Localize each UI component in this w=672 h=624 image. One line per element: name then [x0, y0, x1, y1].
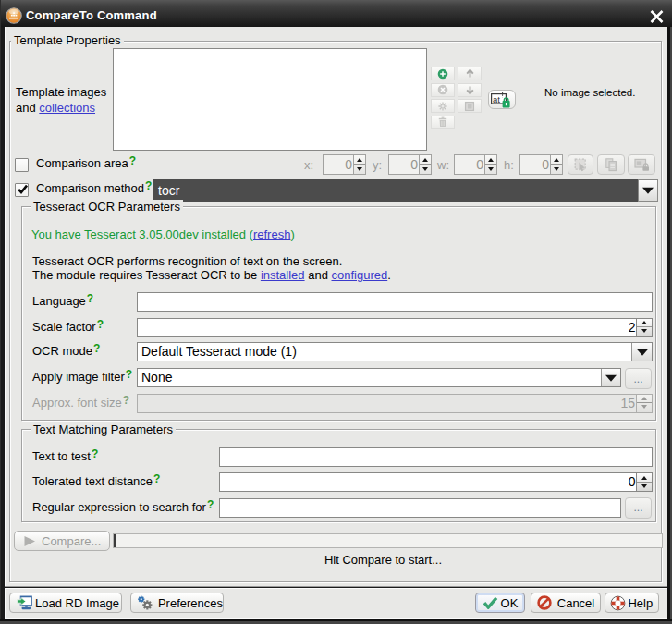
svg-text:at: at: [493, 94, 500, 104]
